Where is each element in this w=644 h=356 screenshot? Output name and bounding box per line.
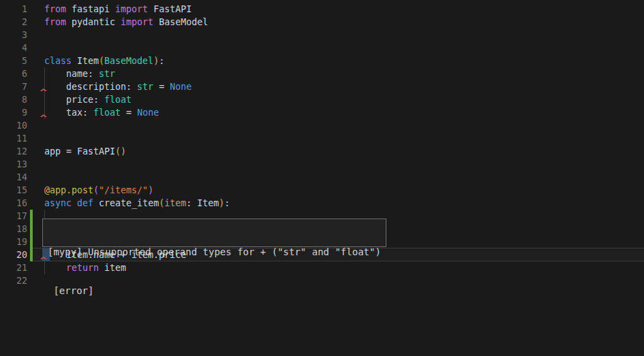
code-line[interactable]: 11 [0, 132, 644, 145]
code-line[interactable]: 6 name: str [0, 67, 644, 80]
code-text: name: str [44, 67, 115, 80]
line-number[interactable]: 3 [0, 29, 27, 42]
code-token: float [104, 95, 132, 105]
code-token: BaseModel [104, 56, 153, 66]
code-token: = [121, 108, 137, 118]
code-line[interactable]: 4 [0, 42, 644, 54]
code-token: ) [148, 185, 153, 195]
lint-error-marker-icon: ^ [40, 86, 47, 99]
code-token: ( [99, 56, 104, 66]
line-number[interactable]: 22 [0, 274, 27, 287]
code-text: from pydantic import BaseModel [44, 16, 208, 29]
line-number[interactable]: 20 [0, 248, 27, 261]
code-text: description: str = None [44, 80, 191, 93]
line-number[interactable]: 7 [0, 80, 27, 93]
line-number[interactable]: 1 [0, 3, 27, 16]
code-token: import [115, 4, 148, 14]
code-token: None [137, 108, 159, 118]
line-number[interactable]: 14 [0, 171, 27, 184]
code-line[interactable]: 14 [0, 171, 644, 184]
code-line[interactable]: 1from fastapi import FastAPI [0, 3, 644, 16]
diagnostic-tooltip: [mypy] Unsupported operand types for + (… [42, 219, 386, 247]
code-token: item [164, 198, 186, 208]
code-token: app = FastAPI [44, 146, 115, 157]
code-text: from fastapi import FastAPI [44, 3, 191, 16]
line-number[interactable]: 13 [0, 158, 27, 171]
code-token: : [224, 198, 230, 208]
code-token: FastAPI [148, 4, 191, 14]
line-number[interactable]: 4 [0, 42, 27, 54]
code-line[interactable]: 3 [0, 29, 644, 42]
git-modified-indicator [30, 248, 33, 261]
code-token: str [137, 82, 153, 92]
code-text: class Item(BaseModel): [44, 54, 164, 67]
line-number[interactable]: 21 [0, 261, 27, 274]
code-token: float [93, 108, 121, 118]
code-token: @app.post [44, 185, 93, 195]
git-modified-indicator [30, 236, 33, 248]
line-number[interactable]: 2 [0, 16, 27, 29]
line-number[interactable]: 6 [0, 67, 27, 80]
code-token: name: [44, 69, 99, 79]
code-text: async def create_item(item: Item): [44, 197, 230, 210]
code-token: Item [72, 56, 99, 66]
code-token: None [170, 82, 191, 92]
code-text: price: float [44, 93, 132, 106]
code-line[interactable]: 9 tax: float = None^ [0, 106, 644, 119]
code-token: : [159, 56, 164, 66]
code-token: async [44, 198, 72, 208]
code-editor[interactable]: 1from fastapi import FastAPI2from pydant… [0, 0, 644, 356]
code-token: from [44, 17, 66, 27]
git-modified-indicator [30, 210, 33, 223]
code-line[interactable]: 12app = FastAPI() [0, 145, 644, 158]
code-token: def [77, 198, 93, 208]
code-token: class [44, 56, 72, 66]
line-number[interactable]: 19 [0, 236, 27, 248]
code-token: import [121, 17, 153, 27]
code-token [72, 198, 77, 208]
line-number[interactable]: 9 [0, 106, 27, 119]
code-line[interactable]: 16async def create_item(item: Item): [0, 197, 644, 210]
diagnostic-severity: [error] [48, 285, 381, 297]
lint-error-marker-icon: ^ [40, 255, 47, 268]
code-text: tax: float = None [44, 106, 159, 119]
code-token: ( [159, 198, 164, 208]
line-number[interactable]: 18 [0, 223, 27, 236]
code-token: "/items/" [99, 185, 148, 195]
code-token: fastapi [66, 4, 115, 14]
line-number[interactable]: 16 [0, 197, 27, 210]
code-line[interactable]: 13 [0, 158, 644, 171]
code-line[interactable]: 7 description: str = None^ [0, 80, 644, 93]
code-text: @app.post("/items/") [44, 184, 153, 197]
code-token: ( [93, 185, 99, 195]
code-line[interactable]: 10 [0, 119, 644, 132]
code-token: description: [44, 82, 137, 92]
diagnostic-message: [mypy] Unsupported operand types for + (… [48, 246, 381, 259]
line-number[interactable]: 17 [0, 210, 27, 223]
git-modified-indicator [30, 223, 33, 236]
code-token: ) [153, 56, 159, 66]
code-token: from [44, 4, 66, 14]
line-number[interactable]: 8 [0, 93, 27, 106]
code-token: str [99, 69, 115, 79]
line-number[interactable]: 12 [0, 145, 27, 158]
line-number[interactable]: 5 [0, 54, 27, 67]
line-number[interactable]: 15 [0, 184, 27, 197]
code-token: price: [44, 95, 104, 105]
line-number[interactable]: 10 [0, 119, 27, 132]
code-line[interactable]: 2from pydantic import BaseModel [0, 16, 644, 29]
code-token: : Item [186, 198, 219, 208]
code-line[interactable]: 5class Item(BaseModel): [0, 54, 644, 67]
code-token: tax: [44, 108, 93, 118]
code-token: create_item [93, 198, 159, 208]
code-token: () [115, 146, 126, 157]
code-line[interactable]: 15@app.post("/items/") [0, 184, 644, 197]
code-line[interactable]: 8 price: float [0, 93, 644, 106]
code-token: BaseModel [153, 17, 208, 27]
code-token: = [153, 82, 170, 92]
lint-error-marker-icon: ^ [40, 112, 47, 125]
line-number[interactable]: 11 [0, 132, 27, 145]
code-text: app = FastAPI() [44, 145, 126, 158]
code-token: pydantic [66, 17, 121, 27]
